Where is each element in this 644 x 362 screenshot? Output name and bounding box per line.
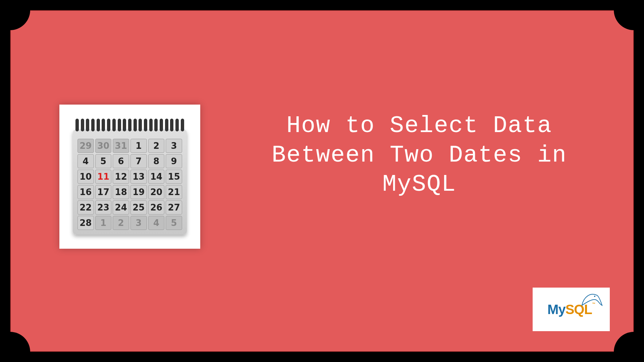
calendar-cell: 9 [166,154,182,168]
calendar-cell: 5 [166,216,182,230]
calendar-cell: 10 [77,170,94,184]
calendar-cell: 16 [77,185,94,199]
calendar: 2930311234567891011121314151617181920212… [73,119,187,235]
calendar-cell: 19 [130,185,147,199]
calendar-cell: 2 [113,216,129,230]
ring-icon [123,119,126,131]
calendar-cell: 3 [130,216,147,230]
calendar-cell: 4 [148,216,165,230]
calendar-cell: 15 [166,170,182,184]
ring-icon [112,119,116,131]
ring-icon [91,119,95,131]
ring-icon [128,119,131,131]
ring-icon [175,119,179,131]
ring-icon [181,119,184,131]
calendar-cell: 7 [130,154,147,168]
calendar-cell: 22 [77,200,94,215]
calendar-cell: 24 [113,200,129,215]
calendar-cell: 14 [148,170,165,184]
calendar-icon: 2930311234567891011121314151617181920212… [59,105,200,249]
calendar-cell: 12 [113,170,129,184]
calendar-cell: 3 [166,139,182,153]
calendar-cell: 17 [95,185,112,199]
calendar-cell: 5 [95,154,112,168]
calendar-cell: 30 [95,139,112,153]
ring-icon [81,119,84,131]
calendar-cell: 13 [130,170,147,184]
calendar-body: 2930311234567891011121314151617181920212… [73,129,187,235]
ring-icon [154,119,158,131]
ring-icon [86,119,89,131]
calendar-cell: 21 [166,185,182,199]
ring-icon [165,119,168,131]
calendar-cell: 20 [148,185,165,199]
ring-icon [118,119,121,131]
calendar-cell: 6 [113,154,129,168]
mysql-logo: MySQL™ [533,288,610,331]
ring-icon [75,119,79,131]
calendar-cell: 2 [148,139,165,153]
calendar-cell: 26 [148,200,165,215]
calendar-cell: 1 [130,139,147,153]
calendar-cell: 8 [148,154,165,168]
calendar-cell: 4 [77,154,94,168]
ring-icon [160,119,163,131]
ring-icon [139,119,142,131]
ring-icon [170,119,173,131]
ring-icon [97,119,100,131]
calendar-cell: 1 [95,216,112,230]
calendar-cell: 29 [77,139,94,153]
ring-icon [144,119,147,131]
slide-title: How to Select Data Between Two Dates in … [246,111,593,199]
calendar-grid: 2930311234567891011121314151617181920212… [77,139,182,230]
ring-icon [133,119,137,131]
mysql-my: My [547,302,566,317]
calendar-rings [73,119,187,131]
ring-icon [107,119,110,131]
calendar-cell: 23 [95,200,112,215]
calendar-cell: 28 [77,216,94,230]
ring-icon [102,119,105,131]
ring-icon [149,119,153,131]
calendar-cell: 18 [113,185,129,199]
slide-content: 2930311234567891011121314151617181920212… [11,11,633,351]
dolphin-icon [580,290,604,307]
calendar-cell: 11 [95,170,112,184]
calendar-cell: 31 [113,139,129,153]
calendar-cell: 25 [130,200,147,215]
svg-point-0 [594,296,595,297]
calendar-cell: 27 [166,200,182,215]
slide: 2930311234567891011121314151617181920212… [10,10,634,352]
